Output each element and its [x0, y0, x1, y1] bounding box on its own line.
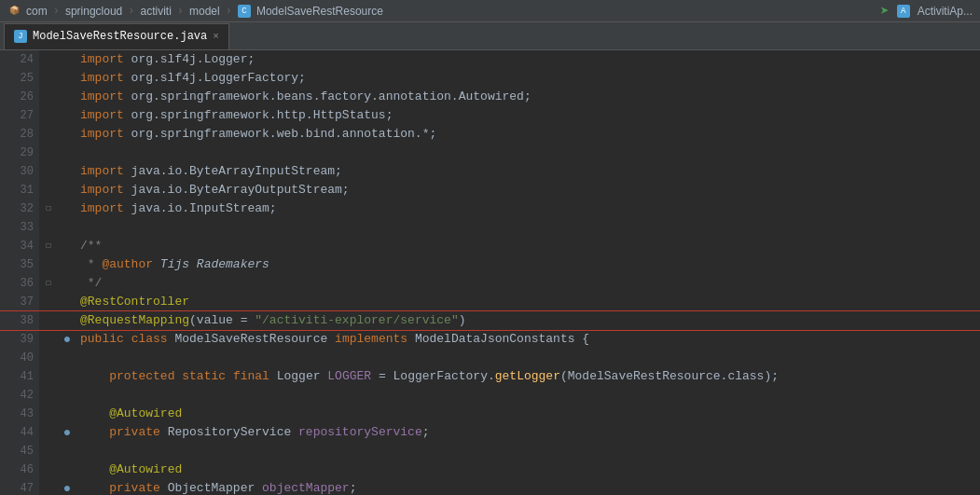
table-row: 41 protected static final Logger LOGGER … [0, 367, 980, 386]
fold-area-28 [39, 125, 58, 144]
code-line-37: @RestController [76, 293, 980, 311]
debug-area-27 [58, 106, 76, 125]
line-number-26: 26 [0, 88, 39, 106]
code-line-26: import org.springframework.beans.factory… [76, 88, 980, 106]
code-line-33 [76, 218, 980, 237]
breadcrumb-com[interactable]: com [26, 5, 48, 18]
line-number-41: 41 [0, 367, 39, 386]
line-number-40: 40 [0, 349, 39, 367]
fold-btn-32[interactable]: ◻ [39, 199, 58, 218]
code-line-44: private RepositoryService repositoryServ… [76, 423, 980, 442]
right-icons-area: ➤ A ActivitiAp... [880, 2, 973, 21]
code-line-41: protected static final Logger LOGGER = L… [76, 367, 980, 386]
table-row: 28 import org.springframework.web.bind.a… [0, 125, 980, 144]
active-tab[interactable]: J ModelSaveRestResource.java × [4, 23, 229, 49]
breadcrumb-activiti[interactable]: activiti [140, 5, 171, 18]
code-line-27: import org.springframework.http.HttpStat… [76, 106, 980, 125]
table-row: 42 [0, 386, 980, 405]
class-breadcrumb-icon: C [238, 5, 251, 18]
table-row: 37 @RestController [0, 293, 980, 311]
table-row: 32 ◻ import java.io.InputStream; [0, 199, 980, 218]
table-row: 25 import org.slf4j.LoggerFactory; [0, 69, 980, 88]
table-row: 24 import org.slf4j.Logger; [0, 50, 980, 69]
line-number-35: 35 [0, 255, 39, 274]
breadcrumb-springcloud[interactable]: springcloud [65, 5, 122, 18]
debug-area-26 [58, 88, 76, 106]
code-line-36: */ [76, 274, 980, 293]
table-row: 35 * @author Tijs Rademakers [0, 255, 980, 274]
debug-dot-44[interactable]: ● [58, 423, 76, 442]
line-number-28: 28 [0, 125, 39, 144]
debug-area-25 [58, 69, 76, 88]
table-row: 27 import org.springframework.http.HttpS… [0, 106, 980, 125]
fold-btn-36[interactable]: ◻ [39, 274, 58, 293]
tab-bar: J ModelSaveRestResource.java × [0, 22, 980, 50]
line-number-33: 33 [0, 218, 39, 237]
code-line-46: @Autowired [76, 461, 980, 479]
activiti-label: ActivitiAp... [918, 5, 973, 18]
line-number-24: 24 [0, 50, 39, 69]
table-row: 38 @RequestMapping(value = "/activiti-ex… [0, 311, 980, 330]
line-number-34: 34 [0, 237, 39, 255]
tab-close-button[interactable]: × [213, 31, 219, 42]
debug-area-24 [58, 50, 76, 69]
breadcrumb-classname[interactable]: ModelSaveRestResource [256, 5, 383, 18]
breadcrumb-bar: 📦 com › springcloud › activiti › model ›… [0, 0, 980, 22]
line-number-32: 32 [0, 199, 39, 218]
line-number-45: 45 [0, 442, 39, 461]
line-number-46: 46 [0, 461, 39, 479]
fold-area-24 [39, 50, 58, 69]
code-line-29 [76, 144, 980, 162]
code-line-42 [76, 386, 980, 405]
table-row: 31 import java.io.ByteArrayOutputStream; [0, 181, 980, 199]
fold-btn-34[interactable]: ◻ [39, 237, 58, 255]
table-row: 34 ◻ /** [0, 237, 980, 255]
table-row: 30 import java.io.ByteArrayInputStream; [0, 162, 980, 181]
table-row: 47 ● private ObjectMapper objectMapper; [0, 479, 980, 495]
code-line-24: import org.slf4j.Logger; [76, 50, 980, 69]
code-line-28: import org.springframework.web.bind.anno… [76, 125, 980, 144]
line-number-39: 39 [0, 330, 39, 349]
line-number-27: 27 [0, 106, 39, 125]
line-number-25: 25 [0, 69, 39, 88]
ide-window: 📦 com › springcloud › activiti › model ›… [0, 0, 980, 495]
fold-area-27 [39, 106, 58, 125]
fold-area-26 [39, 88, 58, 106]
line-number-47: 47 [0, 479, 39, 495]
table-row: 36 ◻ */ [0, 274, 980, 293]
line-number-43: 43 [0, 405, 39, 423]
code-line-39: public class ModelSaveRestResource imple… [76, 330, 980, 349]
line-number-30: 30 [0, 162, 39, 181]
debug-dot-39[interactable]: ● [58, 330, 76, 349]
table-row: 26 import org.springframework.beans.fact… [0, 88, 980, 106]
code-line-45 [76, 442, 980, 461]
code-line-43: @Autowired [76, 405, 980, 423]
code-line-25: import org.slf4j.LoggerFactory; [76, 69, 980, 88]
table-row: 44 ● private RepositoryService repositor… [0, 423, 980, 442]
editor-area: 24 import org.slf4j.Logger; 25 import or… [0, 50, 980, 495]
line-number-31: 31 [0, 181, 39, 199]
code-line-47: private ObjectMapper objectMapper; [76, 479, 980, 495]
java-file-icon: J [14, 30, 27, 43]
activiti-icon: A [897, 5, 910, 18]
code-line-34: /** [76, 237, 980, 255]
code-line-31: import java.io.ByteArrayOutputStream; [76, 181, 980, 199]
run-icon[interactable]: ➤ [880, 2, 890, 21]
line-number-42: 42 [0, 386, 39, 405]
table-row: 33 [0, 218, 980, 237]
breadcrumb-model[interactable]: model [189, 5, 220, 18]
code-line-38: @RequestMapping(value = "/activiti-explo… [76, 311, 980, 330]
table-row: 40 [0, 349, 980, 367]
line-number-44: 44 [0, 423, 39, 442]
table-row: 45 [0, 442, 980, 461]
line-number-36: 36 [0, 274, 39, 293]
fold-area-25 [39, 69, 58, 88]
line-number-37: 37 [0, 293, 39, 311]
debug-dot-47[interactable]: ● [58, 479, 76, 495]
code-line-32: import java.io.InputStream; [76, 199, 980, 218]
code-lines: 24 import org.slf4j.Logger; 25 import or… [0, 50, 980, 495]
debug-area-28 [58, 125, 76, 144]
package-icon: 📦 [7, 5, 21, 18]
tab-filename: ModelSaveRestResource.java [33, 30, 207, 43]
table-row: 39 ● public class ModelSaveRestResource … [0, 330, 980, 349]
